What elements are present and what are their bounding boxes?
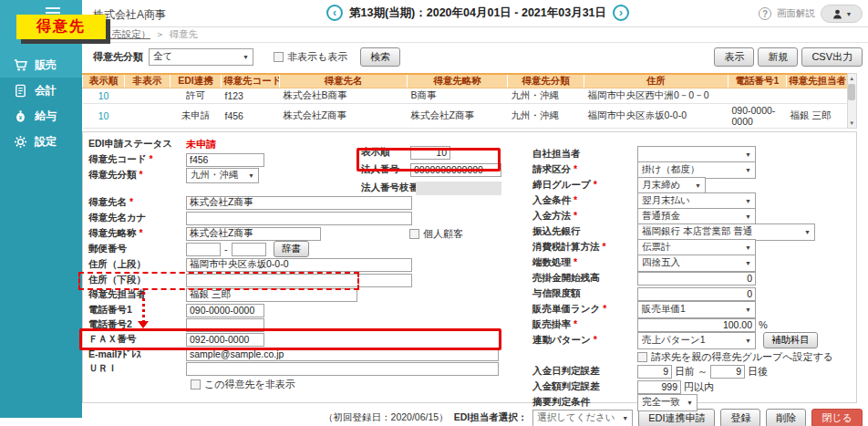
uri-input[interactable]: [186, 362, 499, 376]
table-cell: f456: [222, 104, 280, 129]
sub-account-button[interactable]: 補助科目: [763, 332, 818, 348]
chevron-down-icon: ▼: [745, 198, 751, 204]
edi-staff-select[interactable]: 選択してください▼: [532, 410, 633, 426]
period-navigator: ‹ 第13期(当期)：2020年04月01日 - 2021年03月31日 ›: [326, 5, 629, 21]
category-filter-select[interactable]: 全て▼: [149, 48, 253, 66]
zip-separator: -: [224, 244, 228, 255]
chevron-left-icon[interactable]: ‹: [326, 5, 343, 21]
corporate-number-input[interactable]: [410, 163, 501, 177]
chevron-right-icon[interactable]: ›: [613, 5, 629, 21]
table-cell: 株式会社Z商事: [280, 104, 408, 129]
sales-rate-input[interactable]: [637, 318, 756, 332]
rounding-select[interactable]: 四捨五入▼: [637, 255, 756, 272]
table-row[interactable]: 10許可f123株式会社B商事B商事九州・沖縄福岡市中央区西中洲0－0－0: [83, 88, 847, 104]
table-cell: 九州・沖縄: [508, 88, 584, 104]
sidebar-item-payroll[interactable]: ¥ 給与: [0, 103, 82, 129]
breadcrumb-current: 得意先: [170, 28, 199, 41]
email-input[interactable]: [186, 348, 499, 361]
display-button[interactable]: 表示: [714, 47, 754, 67]
table-scrollbar[interactable]: ▲ ▼: [847, 73, 858, 129]
table-row[interactable]: 10未申請f456株式会社Z商事株式会社Z商事九州・沖縄福岡市中央区赤坂0-0-…: [83, 104, 847, 129]
summary-match-label: 摘要判定条件: [532, 396, 637, 409]
phone1-input[interactable]: [186, 304, 264, 317]
show-hidden-label: 非表示も表示: [287, 50, 347, 64]
link-pattern-label: 連動パターン: [532, 334, 637, 347]
zip-dictionary-button[interactable]: 辞書: [274, 241, 309, 257]
customer-kana-input[interactable]: [186, 212, 412, 225]
main-area: 株式会社A商事 ‹ 第13期(当期)：2020年04月01日 - 2021年03…: [82, 0, 868, 426]
scroll-up-icon[interactable]: ▲: [849, 74, 854, 83]
scroll-down-icon[interactable]: ▼: [849, 119, 854, 128]
help-label[interactable]: 画面解説: [777, 7, 815, 20]
individual-customer-checkbox[interactable]: [409, 229, 419, 239]
closing-group-label: 締日グループ: [532, 179, 637, 192]
customer-category-label: 得意先分類: [88, 169, 186, 182]
fax-input[interactable]: [186, 333, 264, 347]
column-header: 得意先コード: [222, 74, 280, 88]
phone2-input[interactable]: [186, 318, 264, 332]
bank-label: 振込先銀行: [532, 225, 637, 238]
table-cell: 090-0000-0000: [728, 104, 787, 129]
summary-match-select[interactable]: 完全一致▼: [637, 394, 698, 411]
deposit-date-after-input[interactable]: [710, 365, 745, 379]
price-rank-select[interactable]: 販売単価1▼: [637, 301, 756, 318]
receivable-opening-input[interactable]: [637, 272, 756, 286]
column-header: 非表示: [125, 74, 170, 88]
zip-code-input-2[interactable]: [232, 243, 266, 256]
help-question-icon[interactable]: ?: [759, 7, 771, 20]
new-button[interactable]: 新規: [758, 47, 798, 67]
user-menu-button[interactable]: ▼: [821, 5, 863, 23]
parent-group-checkbox[interactable]: [637, 352, 647, 362]
sidebar-item-sales[interactable]: 販売: [0, 52, 82, 78]
yen-within-unit: 円以内: [684, 380, 714, 394]
annotation-sticker: 得意先: [16, 15, 106, 39]
chevron-down-icon: ▼: [248, 172, 254, 179]
close-button[interactable]: 閉じる: [811, 409, 863, 426]
breadcrumb: （販売設定） ＞ 得意先: [82, 27, 868, 43]
show-hidden-checkbox[interactable]: [274, 52, 284, 62]
column-header: 得意先担当者: [787, 74, 847, 88]
customer-short-name-input[interactable]: [186, 227, 321, 241]
display-order-input[interactable]: [410, 146, 450, 160]
annotation-arrow-line: [142, 292, 145, 323]
sidebar-item-accounting[interactable]: 会計: [0, 78, 82, 103]
scrollbar-thumb[interactable]: [848, 84, 855, 100]
deposit-terms-label: 入金条件: [532, 194, 637, 207]
column-header: 得意先略称: [408, 74, 508, 88]
table-cell: f123: [222, 88, 280, 104]
row-display-order-link[interactable]: 10: [83, 88, 125, 104]
corporate-number-branch-input: [416, 182, 501, 195]
fax-label: ＦＡＸ番号: [88, 333, 186, 346]
customer-contact-input[interactable]: [186, 288, 357, 302]
rounding-label: 端数処理: [532, 256, 637, 269]
annotation-arrow-head-icon: [138, 321, 149, 328]
category-filter-label: 得意先分類: [93, 50, 143, 64]
address-upper-input[interactable]: [186, 258, 412, 272]
cart-icon: [13, 57, 27, 72]
deposit-amount-tolerance-label: 入金額判定誤差: [532, 380, 637, 393]
uri-label: ＵＲＩ: [88, 362, 186, 375]
zip-code-input-1[interactable]: [186, 243, 221, 256]
table-cell: 福岡市中央区赤坂0-0-0: [584, 104, 728, 129]
credit-limit-input[interactable]: [637, 287, 756, 301]
csv-export-button[interactable]: CSV出力: [801, 47, 863, 67]
customer-code-input[interactable]: [186, 153, 264, 167]
search-button[interactable]: 検索: [360, 47, 400, 67]
row-display-order-link[interactable]: 10: [83, 104, 125, 129]
link-pattern-select[interactable]: 売上パターン1▼: [637, 332, 756, 349]
customer-name-input[interactable]: [186, 196, 412, 210]
table-cell: [125, 104, 170, 129]
hide-customer-checkbox[interactable]: [191, 379, 201, 390]
address-lower-input[interactable]: [186, 274, 412, 287]
register-button[interactable]: 登録: [720, 409, 760, 426]
deposit-amount-tolerance-input[interactable]: [637, 380, 681, 394]
deposit-date-before-input[interactable]: [637, 365, 672, 379]
sidebar-item-settings[interactable]: 設定: [0, 129, 82, 154]
delete-button[interactable]: 削除: [766, 409, 806, 426]
customer-detail-form: EDI申請ステータス 未申請 得意先コード 得意先分類 九州・沖縄▼ 表示順 法…: [82, 131, 857, 403]
deposit-method-label: 入金方法: [532, 210, 637, 223]
customer-category-select[interactable]: 九州・沖縄▼: [186, 168, 259, 183]
chevron-down-icon: ▼: [243, 54, 249, 60]
sidebar-item-label: 販売: [35, 57, 57, 73]
days-before-unit: 日前: [675, 365, 695, 379]
